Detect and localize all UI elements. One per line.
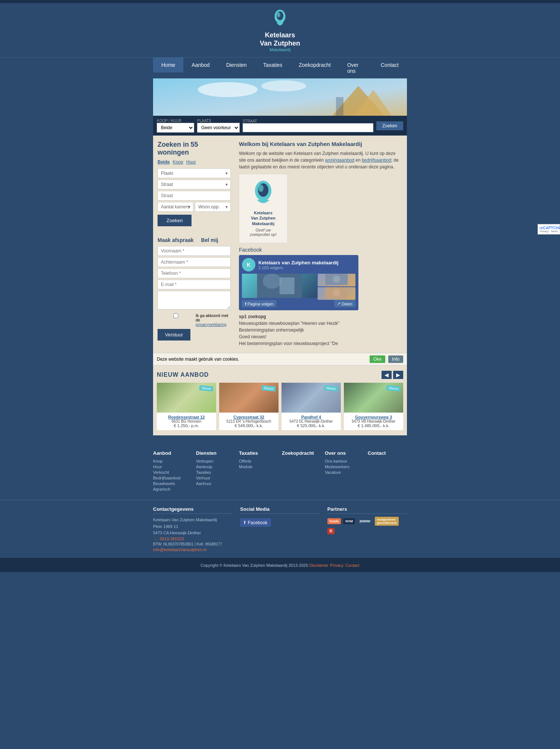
listing-price-3: € 525.000,- k.k. xyxy=(284,423,339,428)
filter-tab-koop[interactable]: Koop xyxy=(173,159,183,165)
filter-tab-huur[interactable]: Huur xyxy=(186,159,196,165)
koop-huur-group: KOOP / HUUR Beide Koop Huur xyxy=(157,119,194,133)
nav-item-taxaties[interactable]: Taxaties xyxy=(255,58,290,72)
footer-col-over-ons: Over ons Ons kantoor Medewerkers Vacatur… xyxy=(325,450,364,492)
listing-address-3[interactable]: Pandhof 4 xyxy=(284,415,339,419)
footer-partners-col: Partners funda NVM |NWWI vastgoedcertgec… xyxy=(327,506,407,552)
fb-follow-button[interactable]: f Pagina volgen xyxy=(242,300,276,307)
listings-section: NIEUW AANBOD ◀ ▶ Nieuw Roedensestraat 12… xyxy=(153,366,407,435)
straat-filter-input[interactable] xyxy=(158,191,231,201)
footer-col-taxaties: Taxaties Offerte Module xyxy=(239,450,278,492)
footer-col-contact: Contact xyxy=(368,450,407,492)
footer-link-taxaties[interactable]: Taxaties xyxy=(196,470,235,475)
straat-filter-select[interactable]: Straat xyxy=(158,180,231,189)
footer-link-verkocht[interactable]: Verkocht xyxy=(153,470,192,475)
footer-link-aanhuur[interactable]: Aanhuur xyxy=(196,481,235,486)
sidebar-search-button[interactable]: Zoeken xyxy=(158,215,192,226)
email-input[interactable] xyxy=(158,280,231,289)
koop-huur-label: KOOP / HUUR xyxy=(157,119,194,123)
search-button[interactable]: Zoeken xyxy=(376,121,403,130)
logo-subtitle: Makelaardij xyxy=(260,47,300,52)
footer-phone[interactable]: 📞 0413-281523 xyxy=(153,537,233,541)
footer-social-heading: Social Media xyxy=(240,506,320,514)
listing-info-4: Gouverneursweg 3 5473 VB Heeswijk-Dinthe… xyxy=(344,413,403,430)
listing-address-1[interactable]: Roedensestraat 12 xyxy=(159,415,214,419)
fb-share-button[interactable]: ↗ Delen xyxy=(334,300,355,307)
copyright-privacy[interactable]: Privacy xyxy=(330,563,343,568)
recaptcha-text: Privacy - Terms xyxy=(539,230,558,233)
logo-box-text: Ketelaars Van Zutphen Makelaardij xyxy=(245,210,281,226)
nav-item-aanbod[interactable]: Aanbod xyxy=(183,58,218,72)
footer-link-verhuur[interactable]: Verhuur xyxy=(196,476,235,480)
nav-item-zoekopdracht[interactable]: Zoekopdracht xyxy=(290,58,339,72)
woonopp-filter-row: Woon.opp. ▼ xyxy=(195,202,231,212)
footer-link-huur[interactable]: Huur xyxy=(153,464,192,469)
copyright-disclaimer[interactable]: Disclaimer xyxy=(309,563,328,568)
footer-link-bedrijfsaanbod[interactable]: Bedrijfsaanbod xyxy=(153,476,192,480)
right-content: Welkom bij Ketelaars van Zutphen Makelaa… xyxy=(235,136,407,353)
listing-info-2: Cypresstraat 32 5213 ER 's-Hertogenbosch… xyxy=(219,413,279,430)
bedrijfsaanbod-link[interactable]: bedrijfsaanbod xyxy=(362,158,391,163)
cookie-ok-button[interactable]: Oke xyxy=(370,355,385,363)
plaats-filter-select[interactable]: Plaats xyxy=(158,168,231,178)
footer-link-vacature[interactable]: Vacature xyxy=(325,470,364,475)
kamers-filter-select[interactable]: Aantal kamers xyxy=(158,202,193,212)
footer-zoekopdracht-title: Zoekopdracht xyxy=(282,450,321,456)
footer-link-koop[interactable]: Koop xyxy=(153,459,192,463)
footer-link-agrarisch[interactable]: Agrarisch xyxy=(153,487,192,491)
fb-main-image xyxy=(242,274,317,298)
straat-input[interactable] xyxy=(243,123,373,132)
appt-form: Ik ga akkoord met de privacyverklaring V… xyxy=(158,246,231,341)
footer-contact-title: Contact xyxy=(368,450,407,456)
footer-email[interactable]: info@ketelaarsVanzutphen.nl xyxy=(153,547,233,552)
footer-top: Aanbod Koop Huur Verkocht Bedrijfsaanbod… xyxy=(153,450,407,500)
footer-bottom: Contactgegevens Ketelaars Van Zutphen Ma… xyxy=(153,500,407,558)
privacy-link[interactable]: privacyverklaring xyxy=(196,322,227,327)
listing-image-4: Nieuw xyxy=(344,383,403,413)
fb-info: Ketelaars van Zutphen makelaardij 2.103 … xyxy=(258,260,339,270)
nav-item-contact[interactable]: Contact xyxy=(373,58,407,72)
woonopp-filter-select[interactable]: Woon.opp. xyxy=(195,202,231,212)
woningaanbod-link[interactable]: woningaanbod xyxy=(325,158,354,163)
listings-prev-button[interactable]: ◀ xyxy=(382,371,392,379)
privacy-checkbox[interactable] xyxy=(158,313,194,318)
footer-copyright: Copyright © Ketelaars Van Zutphen Makela… xyxy=(0,558,560,572)
listing-address-4[interactable]: Gouverneursweg 3 xyxy=(346,415,401,419)
nav-item-over-ons[interactable]: Over ons xyxy=(339,58,373,78)
listing-city-3: 5473 DL Heeswijk-Dinther xyxy=(284,419,339,423)
voornaam-input[interactable] xyxy=(158,246,231,256)
footer-facebook-link[interactable]: f Facebook xyxy=(240,518,271,527)
listing-address-2[interactable]: Cypresstraat 32 xyxy=(221,415,276,419)
achternaam-input[interactable] xyxy=(158,257,231,267)
listing-info-3: Pandhof 4 5473 DL Heeswijk-Dinther € 525… xyxy=(281,413,341,430)
footer-aanbod-title: Aanbod xyxy=(153,450,192,456)
cookie-info-button[interactable]: Info xyxy=(388,355,403,363)
plaats-label: PLAATS xyxy=(197,119,240,123)
nav-item-home[interactable]: Home xyxy=(153,58,183,72)
telefoon-input[interactable] xyxy=(158,268,231,278)
copyright-contact[interactable]: Contact xyxy=(345,563,360,568)
footer-link-verkopen[interactable]: Verkopen xyxy=(196,459,235,463)
filter-tab-beide[interactable]: Beide xyxy=(158,159,170,165)
fb-side-image-2 xyxy=(318,287,355,300)
plaats-select[interactable]: Geen voorkeur xyxy=(197,123,240,133)
footer-link-bouwkavels[interactable]: Bouwkavels xyxy=(153,481,192,486)
footer-link-offerte[interactable]: Offerte xyxy=(239,459,278,463)
facebook-title: Facebook xyxy=(239,247,402,253)
footer-link-aankoop[interactable]: Aankoop xyxy=(196,464,235,469)
main-inner: Zoeken in 55 woningen Beide Koop Huur Pl… xyxy=(153,136,407,353)
news-text: sp1 zoekopg Nieuwsupdate nieuwbouwplan "… xyxy=(239,313,351,348)
share-icon: ↗ xyxy=(337,301,340,306)
footer-link-module[interactable]: Module xyxy=(239,464,278,469)
nav-item-diensten[interactable]: Diensten xyxy=(218,58,255,72)
submit-button[interactable]: Verstuur xyxy=(158,329,190,341)
listing-city-1: 6631 BG Horssen xyxy=(159,419,214,423)
message-textarea[interactable] xyxy=(158,291,231,310)
koop-huur-select[interactable]: Beide Koop Huur xyxy=(157,123,194,133)
fb-icon: f xyxy=(245,302,246,306)
footer-link-medewerkers[interactable]: Medewerkers xyxy=(325,464,364,469)
footer-col-diensten: Diensten Verkopen Aankoop Taxaties Verhu… xyxy=(196,450,235,492)
listings-next-button[interactable]: ▶ xyxy=(393,371,403,379)
news-title-1: sp1 zoekopg xyxy=(239,314,266,319)
footer-link-ons-kantoor[interactable]: Ons kantoor xyxy=(325,459,364,463)
